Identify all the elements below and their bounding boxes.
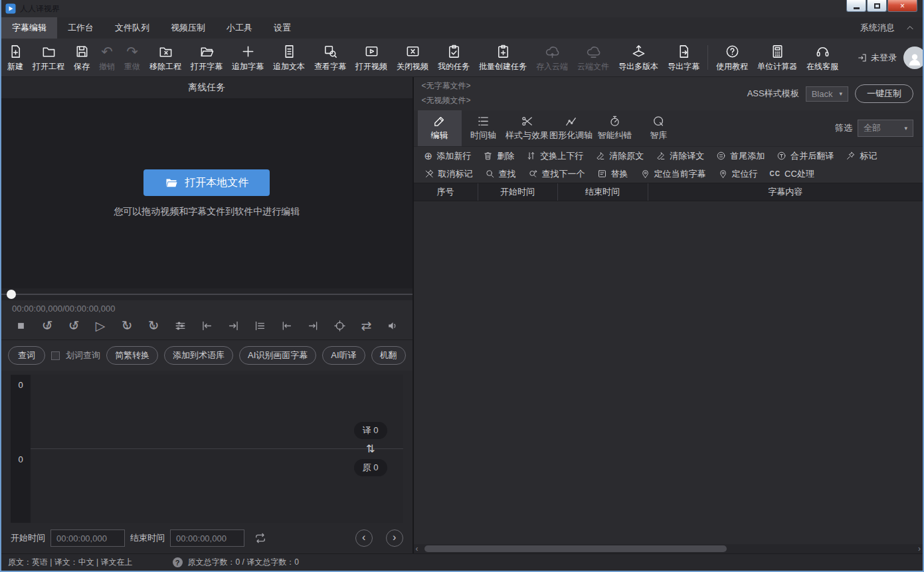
stop-button[interactable] (9, 316, 32, 335)
toolbar-online-support-button[interactable]: 在线客服 (802, 39, 843, 76)
action-replace-button[interactable]: 替换 (592, 167, 634, 181)
ass-template-dropdown[interactable]: Black▾ (806, 86, 848, 102)
toolbar-cloud-files-button[interactable]: 云端文件 (573, 39, 614, 76)
video-timeline[interactable] (1, 288, 413, 300)
toolbar-redo-button[interactable]: ↷重做 (120, 39, 145, 76)
action-find-button[interactable]: 查找 (480, 167, 521, 181)
source-text-area[interactable] (31, 449, 403, 523)
menu-tab-1[interactable]: 工作台 (57, 17, 104, 39)
toolbar-tutorial-button[interactable]: 使用教程 (711, 39, 753, 76)
close-button[interactable]: × (887, 0, 917, 12)
video-drop-zone[interactable]: 打开本地文件 您可以拖动视频和字幕文件到软件中进行编辑 (1, 99, 413, 288)
one-key-compress-button[interactable]: 一键压制 (855, 84, 913, 103)
tab-style-effects[interactable]: 样式与效果 (506, 110, 549, 146)
action-locate-row-button[interactable]: 定位行 (713, 167, 763, 181)
toolbar-cloud-upload-button[interactable]: 存入云端 (531, 39, 573, 76)
word-query-checkbox[interactable] (51, 351, 60, 360)
menu-tab-0[interactable]: 字幕编辑 (1, 17, 57, 39)
action-unmark-button[interactable]: 取消标记 (419, 167, 478, 181)
toolbar-export-subtitle-button[interactable]: 导出字幕 (663, 39, 704, 76)
forward-1s-button[interactable]: ↻1 (116, 316, 138, 335)
next-subtitle-button[interactable]: › (386, 529, 403, 547)
end-time-input[interactable] (170, 529, 244, 547)
toolbar-open-video-button[interactable]: 打开视频 (351, 39, 392, 76)
pill-button-2[interactable]: AI识别画面字幕 (239, 346, 316, 365)
tab-smart-correct[interactable]: 智能纠错 (593, 110, 637, 146)
timeline-track[interactable] (1, 294, 413, 295)
toolbar-view-subtitle-button[interactable]: 查看字幕 (310, 39, 351, 76)
toolbar-calculator-button[interactable]: 单位计算器 (753, 39, 802, 76)
query-word-button[interactable]: 查词 (8, 346, 45, 365)
toolbar-close-video-button[interactable]: 关闭视频 (392, 39, 433, 76)
toolbar-export-versions-button[interactable]: 导出多版本 (614, 39, 663, 76)
prev-subtitle-button[interactable]: ‹ (355, 529, 373, 547)
system-message-button[interactable]: 系统消息 (860, 22, 895, 34)
toolbar-open-project-button[interactable]: 打开工程 (28, 39, 69, 76)
action-clear-target-button[interactable]: 清除译文 (650, 149, 709, 163)
titlebar[interactable]: 人人译视界 × (1, 0, 923, 17)
action-merge-translate-button[interactable]: 合并后翻译 (771, 149, 839, 163)
menu-tab-5[interactable]: 设置 (263, 17, 302, 39)
scroll-right-icon[interactable]: › (918, 545, 921, 553)
tab-timeline[interactable]: 时间轴 (462, 110, 506, 146)
align-start-button[interactable] (195, 316, 218, 335)
rewind-1s-button[interactable]: ↺1 (62, 316, 85, 335)
tab-graph-adjust[interactable]: 图形化调轴 (549, 110, 593, 146)
rewind-3s-button[interactable]: ↺3 (36, 316, 58, 335)
forward-3s-button[interactable]: ↻3 (142, 316, 165, 335)
toolbar-open-subtitle-button[interactable]: 打开字幕 (186, 39, 227, 76)
maximize-button[interactable] (867, 0, 887, 12)
column-header-3[interactable]: 字幕内容 (648, 183, 923, 201)
minimize-button[interactable] (846, 0, 866, 12)
action-locate-current-button[interactable]: 定位当前字幕 (635, 167, 711, 181)
align-lines-button[interactable] (248, 316, 271, 335)
timeline-handle[interactable] (7, 290, 16, 299)
action-clear-source-button[interactable]: 清除原文 (590, 149, 649, 163)
pill-button-1[interactable]: 添加到术语库 (164, 346, 233, 365)
start-time-input[interactable] (50, 529, 125, 547)
tab-knowledge-base[interactable]: 智库 (637, 110, 681, 146)
action-head-tail-add-button[interactable]: 首尾添加 (711, 149, 770, 163)
toolbar-remove-project-button[interactable]: 移除工程 (145, 39, 186, 76)
pill-button-4[interactable]: 机翻 (371, 346, 406, 365)
jump-start-button[interactable] (275, 316, 298, 335)
open-local-file-button[interactable]: 打开本地文件 (143, 169, 270, 196)
avatar[interactable] (903, 47, 924, 69)
column-header-0[interactable]: 序号 (414, 183, 478, 201)
toolbar-batch-create-task-button[interactable]: 批量创建任务 (474, 39, 531, 76)
swap-source-target-icon[interactable]: ⇅ (366, 444, 375, 454)
action-swap-rows-button[interactable]: 交换上下行 (521, 149, 589, 163)
pill-button-0[interactable]: 简繁转换 (106, 346, 158, 365)
help-icon[interactable]: ? (173, 557, 183, 567)
jump-end-button[interactable] (302, 316, 324, 335)
pill-button-3[interactable]: AI听译 (322, 346, 365, 365)
toolbar-save-button[interactable]: 保存 (69, 39, 94, 76)
toolbar-undo-button[interactable]: ↶撤销 (94, 39, 120, 76)
action-delete-button[interactable]: 删除 (478, 149, 519, 163)
swap-loop-button[interactable]: ⇄ (355, 316, 377, 335)
menu-tab-3[interactable]: 视频压制 (160, 17, 216, 39)
repeat-icon[interactable] (254, 531, 267, 545)
locate-playhead-button[interactable] (328, 316, 351, 335)
play-button[interactable]: ▷ (89, 316, 112, 335)
toolbar-new-file-button[interactable]: 新建 (3, 39, 28, 76)
scrollbar-thumb[interactable] (424, 545, 727, 552)
action-mark-button[interactable]: 标记 (840, 149, 882, 163)
target-text-area[interactable] (31, 375, 403, 448)
menu-tab-2[interactable]: 文件队列 (104, 17, 160, 39)
volume-button[interactable] (381, 316, 404, 335)
tab-edit[interactable]: 编辑 (418, 110, 462, 146)
collapse-chevron-icon[interactable] (905, 23, 915, 33)
horizontal-scrollbar[interactable]: ‹ › (414, 544, 923, 553)
scroll-left-icon[interactable]: ‹ (416, 545, 418, 553)
column-header-1[interactable]: 开始时间 (478, 183, 557, 201)
action-cc-button[interactable]: CCCC处理 (765, 167, 820, 181)
menu-tab-4[interactable]: 小工具 (216, 17, 263, 39)
filter-dropdown[interactable]: 全部▾ (858, 120, 913, 137)
login-button[interactable]: 未登录 (857, 52, 897, 64)
toolbar-append-subtitle-button[interactable]: 追加字幕 (227, 39, 268, 76)
action-add-row-button[interactable]: ⊕添加新行 (419, 149, 477, 163)
action-find-next-button[interactable]: 查找下一个 (523, 167, 591, 181)
column-header-2[interactable]: 结束时间 (557, 183, 648, 201)
toolbar-append-text-button[interactable]: 追加文本 (268, 39, 310, 76)
